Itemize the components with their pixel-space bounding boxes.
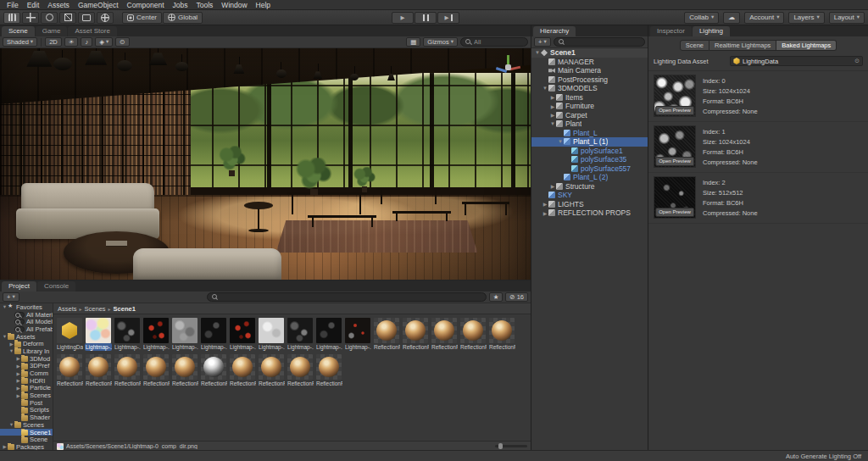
favorite-search-button[interactable]: ★ (489, 292, 504, 302)
tab-hierarchy[interactable]: Hierarchy (533, 26, 576, 36)
project-tree-post[interactable]: Post (0, 399, 53, 407)
project-tree-3dmod[interactable]: ▶3DMod (0, 355, 53, 363)
asset-item-lightmap[interactable]: Lightmap-... (315, 318, 342, 351)
expand-arrow-icon[interactable]: ▼ (2, 304, 8, 309)
subtab-baked-lightmaps[interactable]: Baked Lightmaps (776, 40, 837, 51)
hierarchy-item-structure[interactable]: ▶Structure (531, 182, 648, 192)
hierarchy-item-plant-l-2[interactable]: Plant_L (2) (531, 173, 648, 182)
expand-arrow-icon[interactable]: ▼ (8, 422, 14, 427)
hidden-packages-toggle[interactable]: ⊘16 (505, 292, 528, 302)
cloud-button[interactable]: ☁ (723, 12, 740, 24)
hierarchy-search-input[interactable] (567, 38, 640, 46)
asset-item-reflectionp[interactable]: ReflectionP... (229, 354, 256, 387)
create-object-button[interactable]: +▾ (534, 37, 551, 47)
project-tree-scenes[interactable]: ▼Scenes (0, 421, 53, 429)
scene-search-field[interactable] (460, 37, 528, 47)
expand-arrow-icon[interactable]: ▼ (557, 139, 564, 144)
menu-item-tools[interactable]: Tools (192, 0, 218, 10)
subtab-scene[interactable]: Scene (680, 40, 709, 51)
project-search-input[interactable] (220, 293, 481, 301)
hierarchy-item-furniture[interactable]: ▶Furniture (531, 102, 648, 111)
asset-item-lightmap[interactable]: Lightmap-... (229, 318, 256, 351)
hierarchy-item-plant-l[interactable]: Plant_L (531, 129, 648, 138)
asset-item-reflectionp[interactable]: ReflectionP... (402, 318, 429, 351)
collab-button[interactable]: Collab▾ (684, 12, 719, 24)
expand-arrow-icon[interactable]: ▶ (15, 356, 21, 361)
asset-item-reflectionp[interactable]: ReflectionP... (373, 318, 400, 351)
project-tree-scene1[interactable]: Scene1 (0, 429, 53, 436)
project-tree-scene[interactable]: Scene (0, 436, 53, 443)
expand-arrow-icon[interactable]: ▶ (542, 210, 548, 216)
expand-arrow-icon[interactable]: ▶ (8, 342, 14, 347)
hierarchy-item-polysurface1[interactable]: polySurface1 (531, 147, 648, 156)
hierarchy-item-carpet[interactable]: ▶Carpet (531, 111, 648, 120)
asset-item-reflectionp[interactable]: ReflectionP... (315, 354, 342, 387)
asset-item-lightmap[interactable]: Lightmap-... (171, 318, 198, 351)
asset-item-lightmap[interactable]: Lightmap-... (287, 318, 314, 351)
menu-item-jobs[interactable]: Jobs (169, 0, 192, 10)
menu-item-file[interactable]: File (3, 0, 23, 10)
slider-knob[interactable] (498, 443, 503, 449)
scene-viewport[interactable] (0, 48, 531, 280)
asset-item-reflectionp[interactable]: ReflectionP... (431, 318, 458, 351)
menu-item-assets[interactable]: Assets (43, 0, 74, 10)
asset-item-lightmap[interactable]: Lightmap-... (344, 318, 371, 351)
lightmap-entry[interactable]: Open PreviewIndex: 1Size: 1024x1024Forma… (648, 122, 868, 173)
asset-item-reflectionp[interactable]: ReflectionP... (85, 354, 112, 387)
expand-arrow-icon[interactable]: ▶ (15, 364, 21, 369)
subtab-realtime-lightmaps[interactable]: Realtime Lightmaps (709, 40, 776, 51)
open-preview-button[interactable]: Open Preview (655, 157, 694, 166)
hierarchy-item-polysurface35[interactable]: polySurface35 (531, 155, 648, 164)
expand-arrow-icon[interactable]: ▼ (8, 348, 14, 353)
expand-arrow-icon[interactable]: ▼ (542, 86, 548, 91)
project-tree-all-prefab[interactable]: All Prefab (0, 325, 53, 333)
asset-item-reflectionp[interactable]: ReflectionP... (258, 354, 285, 387)
project-tree-assets[interactable]: ▼Assets (0, 333, 53, 341)
expand-arrow-icon[interactable]: ▼ (549, 121, 556, 126)
scene-search-input[interactable] (474, 38, 523, 46)
project-tree-library-in[interactable]: ▼Library In (0, 347, 53, 355)
asset-item-lightmap[interactable]: Lightmap-... (200, 318, 227, 351)
asset-item-reflectionp[interactable]: ReflectionP... (287, 354, 314, 387)
tab-game[interactable]: Game (36, 26, 68, 36)
asset-item-reflectionp[interactable]: ReflectionP... (142, 354, 170, 387)
hierarchy-item-lights[interactable]: ▶LIGHTS (531, 200, 648, 209)
project-tree-comm[interactable]: ▶Comm (0, 369, 53, 377)
tab-scene[interactable]: Scene (2, 26, 35, 36)
lightmap-entry[interactable]: Open PreviewIndex: 2Size: 512x512Format:… (648, 173, 868, 224)
tab-console[interactable]: Console (37, 281, 75, 292)
scale-tool-button[interactable] (59, 12, 76, 24)
layout-dropdown[interactable]: Layout▾ (829, 12, 865, 24)
project-search-field[interactable] (207, 292, 487, 302)
hierarchy-item-polysurface557[interactable]: polySurface557 (531, 164, 648, 174)
project-tree-deform[interactable]: ▶Deform (0, 340, 53, 347)
expand-arrow-icon[interactable]: ▶ (542, 201, 548, 207)
project-tree-all-model[interactable]: All Model (0, 318, 53, 325)
asset-item-lightingda[interactable]: LightingDa... (56, 318, 83, 351)
breadcrumb-item-assets[interactable]: Assets (58, 305, 77, 313)
hierarchy-item-manager[interactable]: MANAGER (531, 58, 648, 67)
menu-item-component[interactable]: Component (123, 0, 169, 10)
tab-project[interactable]: Project (2, 281, 36, 292)
expand-arrow-icon[interactable]: ▶ (549, 112, 556, 118)
open-preview-button[interactable]: Open Preview (655, 208, 694, 217)
rotate-tool-button[interactable] (41, 12, 58, 24)
asset-item-reflectionp[interactable]: ReflectionP... (56, 354, 83, 387)
rect-tool-button[interactable] (78, 12, 95, 24)
asset-item-reflectionp[interactable]: ReflectionP... (200, 354, 227, 387)
hierarchy-item-plant[interactable]: ▼Plant (531, 119, 648, 129)
project-tree-scenes[interactable]: ▶Scenes (0, 392, 53, 399)
menu-item-help[interactable]: Help (252, 0, 275, 10)
expand-arrow-icon[interactable]: ▶ (2, 444, 8, 449)
asset-item-lightmap[interactable]: Lightmap-... (142, 318, 170, 351)
hierarchy-item-postprocessing[interactable]: PostProcessing (531, 75, 648, 85)
layers-dropdown[interactable]: Layers▾ (788, 12, 824, 24)
expand-arrow-icon[interactable]: ▶ (15, 378, 21, 383)
expand-arrow-icon[interactable]: ▶ (549, 94, 556, 100)
tab-asset-store[interactable]: Asset Store (68, 26, 116, 36)
hierarchy-item-main-camera[interactable]: Main Camera (531, 66, 648, 75)
expand-arrow-icon[interactable]: ▶ (549, 183, 556, 189)
breadcrumb-item-scene1[interactable]: Scene1 (114, 305, 136, 313)
gizmos-dropdown[interactable]: Gizmos▾ (423, 37, 458, 47)
asset-item-reflectionp[interactable]: ReflectionP... (488, 318, 515, 351)
